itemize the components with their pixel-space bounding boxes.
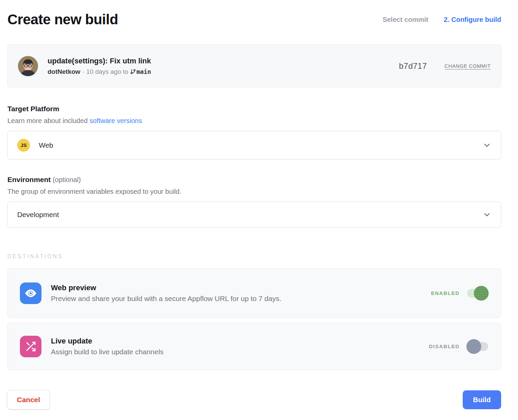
destinations-section-label: DESTINATIONS xyxy=(7,253,501,260)
platform-selected-value: Web xyxy=(39,141,53,149)
live-update-text: Live update Assign build to live update … xyxy=(51,337,429,356)
toggle-knob xyxy=(474,286,489,301)
shuffle-icon xyxy=(20,336,41,357)
branch-ref: main xyxy=(130,68,151,75)
footer: Cancel Build xyxy=(7,390,501,409)
cancel-button[interactable]: Cancel xyxy=(7,390,50,409)
js-badge-icon: JS xyxy=(17,139,30,152)
help-text: Learn more about included xyxy=(7,117,88,124)
header: Create new build Select commit 2. Config… xyxy=(7,11,501,28)
software-versions-link[interactable]: software versions xyxy=(90,117,142,124)
toggle-knob xyxy=(466,339,481,354)
eye-icon xyxy=(20,282,41,304)
commit-hash: b7d717 xyxy=(399,61,427,71)
build-button[interactable]: Build xyxy=(463,390,501,409)
web-preview-description: Preview and share your build with a secu… xyxy=(51,295,431,303)
create-build-page: Create new build Select commit 2. Config… xyxy=(7,0,501,409)
target-platform-section: Target Platform Learn more about include… xyxy=(7,105,501,159)
commit-card: update(settings): Fix utm link dotNetkow… xyxy=(7,44,501,87)
web-preview-controls: ENABLED xyxy=(431,289,488,298)
live-update-toggle[interactable] xyxy=(467,342,488,351)
web-preview-toggle[interactable] xyxy=(467,289,488,298)
avatar xyxy=(18,56,38,76)
environment-description: The group of environment variables expos… xyxy=(7,188,501,196)
commit-info: update(settings): Fix utm link dotNetkow… xyxy=(48,57,399,76)
live-update-title: Live update xyxy=(51,337,429,346)
web-preview-text: Web preview Preview and share your build… xyxy=(51,283,431,303)
web-preview-title: Web preview xyxy=(51,283,431,292)
commit-message: update(settings): Fix utm link xyxy=(48,57,399,65)
live-update-status: DISABLED xyxy=(429,343,460,349)
commit-author: dotNetkow xyxy=(48,68,80,76)
target-platform-help: Learn more about included software versi… xyxy=(7,117,501,125)
environment-heading-text: Environment xyxy=(7,176,51,183)
web-preview-status: ENABLED xyxy=(431,290,460,296)
platform-select[interactable]: JS Web xyxy=(7,131,501,159)
environment-heading: Environment (optional) xyxy=(7,176,501,184)
target-platform-heading: Target Platform xyxy=(7,105,501,113)
wizard-steps: Select commit 2. Configure build xyxy=(382,16,501,24)
branch-name: main xyxy=(136,68,151,75)
live-update-description: Assign build to live update channels xyxy=(51,348,429,356)
commit-meta: dotNetkow · 10 days ago to main xyxy=(48,68,399,76)
git-branch-icon xyxy=(130,69,136,74)
optional-note: (optional) xyxy=(53,176,81,183)
environment-section: Environment (optional) The group of envi… xyxy=(7,176,501,228)
live-update-controls: DISABLED xyxy=(429,342,488,351)
step-select-commit[interactable]: Select commit xyxy=(382,16,428,24)
chevron-down-icon xyxy=(483,210,491,219)
change-commit-link[interactable]: CHANGE COMMIT xyxy=(444,63,491,69)
commit-meta-text: · 10 days ago to xyxy=(82,68,128,76)
page-title: Create new build xyxy=(7,11,118,28)
chevron-down-icon xyxy=(483,141,491,150)
environment-selected-value: Development xyxy=(17,211,59,219)
environment-select[interactable]: Development xyxy=(7,202,501,228)
live-update-card: Live update Assign build to live update … xyxy=(7,323,501,370)
web-preview-card: Web preview Preview and share your build… xyxy=(7,268,501,318)
step-configure-build[interactable]: 2. Configure build xyxy=(444,16,501,24)
